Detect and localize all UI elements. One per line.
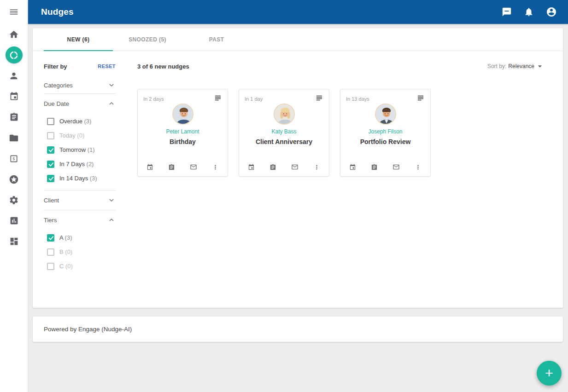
mail-action-icon[interactable] (392, 163, 400, 171)
folder-icon (9, 133, 19, 143)
note-action-icon[interactable] (269, 164, 276, 171)
svg-text:$: $ (12, 156, 15, 161)
filter-section-client[interactable]: Client (44, 190, 116, 210)
option-label: B (0) (59, 248, 72, 255)
checkbox-row-in-14-days[interactable]: In 14 Days (3) (44, 171, 116, 185)
calendar-action-icon[interactable] (248, 164, 255, 171)
checkbox-row-tier-a[interactable]: A (3) (44, 231, 116, 245)
checkbox[interactable] (47, 263, 54, 270)
left-nav-rail: $ (0, 0, 28, 392)
app-header: Nudges (28, 0, 568, 24)
filter-header: Filter by RESET (44, 62, 116, 70)
dropdown-arrow-icon (535, 62, 545, 71)
nudge-card-top: In 13 days (346, 94, 425, 102)
sidebar-item-reports[interactable] (0, 210, 28, 231)
filter-section-categories[interactable]: Categories (44, 77, 116, 93)
tab-past[interactable]: PAST (182, 28, 251, 51)
filter-section-tiers[interactable]: Tiers (44, 210, 116, 230)
tiers-label: Tiers (44, 217, 57, 224)
client-name-link[interactable]: Katy Bass (271, 128, 296, 135)
calendar-icon (9, 92, 19, 101)
chevron-down-icon (107, 81, 116, 89)
categories-label: Categories (44, 82, 73, 89)
nudge-card-top: In 2 days (143, 94, 222, 102)
checkbox[interactable] (47, 234, 54, 242)
due-badge: In 1 day (245, 94, 263, 102)
checkbox-row-in-7-days[interactable]: In 7 Days (2) (44, 157, 116, 171)
checkbox[interactable] (47, 161, 54, 168)
nudge-card-top: In 1 day (245, 94, 323, 102)
option-label: In 7 Days (2) (59, 161, 94, 167)
results-header: 3 of 6 new nudges Sort by: Relevance (137, 62, 552, 70)
hamburger-menu-button[interactable] (0, 0, 28, 24)
calendar-action-icon[interactable] (146, 164, 153, 171)
note-action-icon[interactable] (168, 164, 175, 171)
client-name-link[interactable]: Peter Lamont (166, 128, 199, 135)
due-badge: In 2 days (143, 94, 164, 102)
checkbox-row-tier-b[interactable]: B (0) (44, 245, 116, 259)
active-item-highlight (6, 46, 23, 63)
client-avatar[interactable] (375, 104, 396, 125)
mail-action-icon[interactable] (291, 163, 299, 171)
more-options-icon[interactable] (415, 164, 422, 171)
filter-panel: Filter by RESET Categories Due Date (44, 62, 116, 297)
gear-icon (9, 195, 19, 205)
client-avatar[interactable] (274, 104, 295, 125)
panel-body: Filter by RESET Categories Due Date (33, 51, 563, 308)
option-label: Tomorrow (1) (59, 146, 95, 153)
nudges-panel: NEW (6) SNOOZED (5) PAST Filter by RESET… (33, 28, 563, 308)
chat-icon[interactable] (502, 7, 512, 17)
client-name-link[interactable]: Joseph Filson (368, 128, 402, 135)
checkbox[interactable] (47, 132, 54, 139)
nudge-title: Portfolio Review (360, 138, 411, 145)
menu-icon (9, 7, 19, 17)
sidebar-item-clients[interactable] (0, 65, 28, 86)
checkbox[interactable] (47, 118, 54, 125)
add-nudge-fab[interactable]: + (537, 361, 562, 386)
sidebar-item-nudges-active[interactable] (0, 45, 28, 65)
details-lines-icon[interactable] (315, 94, 323, 102)
nudge-title: Birthday (170, 138, 196, 145)
reset-filters-button[interactable]: RESET (98, 63, 116, 69)
checkbox-row-tomorrow[interactable]: Tomorrow (1) (44, 143, 116, 157)
option-label: A (3) (59, 234, 72, 241)
checkbox[interactable] (47, 146, 54, 154)
nudge-card-portfolio-review[interactable]: In 13 days (340, 89, 431, 177)
sidebar-item-dashboard[interactable] (0, 231, 28, 252)
nudge-card-birthday[interactable]: In 2 days (137, 89, 228, 177)
checkbox-row-today[interactable]: Today (0) (44, 128, 116, 143)
details-lines-icon[interactable] (214, 94, 222, 102)
sidebar-item-billing[interactable]: $ (0, 148, 28, 169)
nudge-card-client-anniversary[interactable]: In 1 day (239, 89, 329, 177)
sidebar-item-favorites[interactable] (0, 169, 28, 190)
header-actions (502, 6, 557, 17)
notifications-bell-icon[interactable] (524, 7, 534, 17)
account-circle-icon[interactable] (546, 6, 557, 17)
client-label: Client (44, 197, 59, 204)
powered-by-text: Powered by Engage (Nudge-AI) (44, 326, 132, 333)
note-action-icon[interactable] (371, 164, 378, 171)
nudge-actions (245, 163, 323, 171)
sort-dropdown[interactable]: Sort by: Relevance (487, 62, 545, 71)
calendar-action-icon[interactable] (349, 164, 356, 171)
checkbox[interactable] (47, 175, 54, 182)
sidebar-item-settings[interactable] (0, 190, 28, 210)
client-avatar[interactable] (172, 104, 193, 125)
dashboard-icon (9, 236, 19, 246)
more-options-icon[interactable] (313, 164, 320, 171)
sidebar-item-calendar[interactable] (0, 86, 28, 107)
checkbox-row-tier-c[interactable]: C (0) (44, 259, 116, 273)
tab-new[interactable]: NEW (6) (44, 28, 113, 51)
nudge-actions (346, 163, 425, 171)
sidebar-item-documents[interactable] (0, 127, 28, 148)
details-lines-icon[interactable] (416, 94, 425, 102)
tab-snoozed[interactable]: SNOOZED (5) (113, 28, 182, 51)
checkbox[interactable] (47, 248, 54, 256)
filter-section-due-date[interactable]: Due Date (44, 94, 116, 113)
checkbox-row-overdue[interactable]: Overdue (3) (44, 114, 116, 128)
mail-action-icon[interactable] (190, 163, 197, 171)
sidebar-item-tasks[interactable] (0, 107, 28, 127)
option-label: Today (0) (59, 132, 84, 139)
sidebar-item-home[interactable] (0, 24, 28, 45)
more-options-icon[interactable] (212, 164, 219, 171)
